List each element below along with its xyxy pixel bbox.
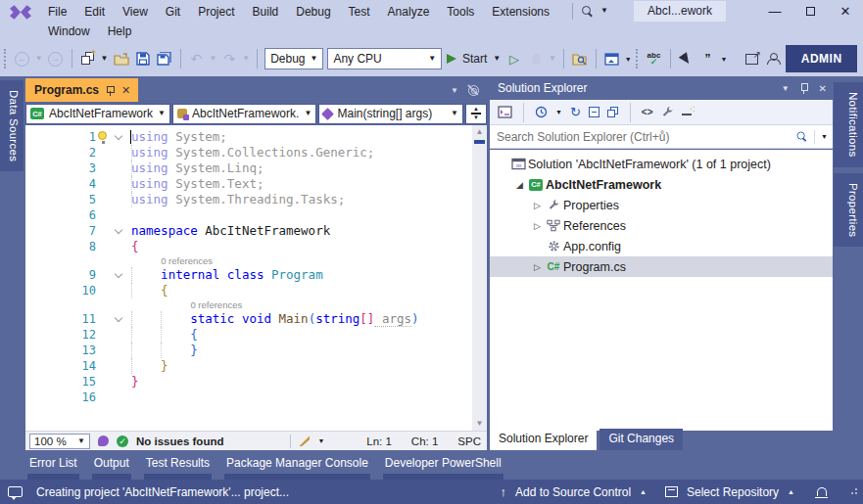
document-tab-program-cs[interactable]: Program.cs ✕ (25, 78, 138, 102)
pin-icon[interactable] (800, 83, 808, 94)
panel-tab-developer-powershell[interactable]: Developer PowerShell (383, 450, 503, 480)
hot-reload-dropdown-icon[interactable]: ▼ (549, 55, 556, 63)
save-all-button[interactable] (156, 47, 173, 70)
search-options-dropdown-icon[interactable]: ▼ (821, 133, 828, 140)
panel-tab-package-manager-console[interactable]: Package Manager Console (224, 450, 370, 480)
admin-button[interactable]: ADMIN (786, 45, 857, 72)
pending-filter-clock-icon[interactable] (535, 106, 548, 118)
scroll-up-icon[interactable]: ▲ (472, 125, 487, 139)
menu-item-window[interactable]: Window (39, 22, 99, 41)
code-icon[interactable]: <> (642, 107, 653, 117)
forward-button[interactable]: → (47, 47, 65, 70)
tree-item-properties[interactable]: ▷Properties (490, 195, 833, 215)
code-line-2[interactable]: 2using System.Collections.Generic; (25, 145, 472, 160)
tab-list-dropdown-icon[interactable]: ▼ (451, 87, 458, 95)
undo-button[interactable]: ↶ (187, 47, 205, 70)
code-line-14[interactable]: 14 } (25, 358, 472, 374)
code-cleanup-dropdown-icon[interactable]: ▼ (317, 437, 324, 444)
code-line-16[interactable]: 16 (25, 389, 472, 405)
preview-window-button[interactable] (603, 47, 621, 70)
lightbulb-icon[interactable] (98, 131, 107, 140)
new-dropdown-icon[interactable]: ▼ (101, 55, 109, 63)
spell-check-button[interactable]: abc✓ (646, 47, 663, 70)
start-debug-button[interactable]: Start ▼ (446, 47, 502, 70)
code-line-8[interactable]: 8{ (25, 239, 472, 254)
menu-item-analyze[interactable]: Analyze (379, 2, 439, 21)
tree-item-references[interactable]: ▷References (490, 215, 833, 236)
code-line-1[interactable]: 1using System; (25, 129, 472, 145)
menu-item-tools[interactable]: Tools (438, 2, 483, 21)
code-line-3[interactable]: 3using System.Linq; (25, 160, 472, 176)
code-line-15[interactable]: 15} (25, 374, 472, 389)
type-dropdown[interactable]: AbcItNetFramework. ▼ (172, 104, 317, 124)
menu-item-extensions[interactable]: Extensions (483, 2, 558, 21)
close-icon[interactable]: ✕ (121, 84, 130, 97)
outlining-collapse-icon[interactable] (115, 314, 122, 322)
preview-selected-icon[interactable] (682, 108, 694, 117)
window-position-dropdown-icon[interactable]: ▼ (782, 84, 790, 93)
select-repository-button[interactable]: Select Repository (687, 485, 779, 499)
split-editor-button[interactable]: ▲▼ (465, 104, 487, 124)
menu-item-help[interactable]: Help (99, 22, 141, 41)
search-control[interactable]: ▼ (572, 3, 616, 20)
new-project-button[interactable]: ✦ (79, 47, 97, 70)
minimize-button[interactable]: — (757, 0, 792, 22)
expander-collapsed-icon[interactable]: ▷ (531, 201, 544, 210)
menu-item-project[interactable]: Project (189, 2, 243, 21)
toolbar-grip[interactable] (4, 49, 8, 69)
tree-item-solution-abcitnetframework-1-of-1-project[interactable]: ∞Solution 'AbcItNetFramework' (1 of 1 pr… (490, 154, 833, 174)
close-icon[interactable]: ✕ (819, 83, 827, 94)
panel-tab-test-results[interactable]: Test Results (144, 450, 212, 480)
scroll-down-icon[interactable]: ▼ (472, 417, 487, 431)
project-dropdown[interactable]: C# AbcItNetFramework ▼ (25, 104, 170, 124)
save-button[interactable] (134, 47, 152, 70)
maximize-button[interactable] (792, 0, 828, 22)
menu-item-test[interactable]: Test (340, 2, 379, 21)
search-input[interactable] (497, 130, 790, 144)
menu-item-git[interactable]: Git (157, 2, 189, 21)
codelens-references[interactable]: 0 references (25, 298, 472, 311)
member-dropdown[interactable]: Main(string[] args) ▼ (318, 104, 463, 124)
share-button[interactable]: ↗ (743, 47, 760, 70)
code-line-6[interactable]: 6 (25, 207, 472, 223)
feedback-button[interactable] (764, 47, 782, 70)
panel-tab-output[interactable]: Output (92, 450, 131, 480)
code-cleanup-icon[interactable] (299, 435, 310, 446)
vertical-scrollbar[interactable]: ▲ ▼ (472, 125, 487, 431)
menu-item-file[interactable]: File (39, 2, 75, 21)
outlining-collapse-icon[interactable] (115, 132, 122, 140)
zoom-select[interactable]: 100 %▼ (29, 434, 90, 449)
back-dropdown-icon[interactable]: ▼ (35, 55, 43, 63)
tree-item-program-cs[interactable]: ▷C#Program.cs (490, 256, 833, 277)
find-in-files-button[interactable] (571, 47, 589, 70)
redo-button[interactable]: ↷ (220, 47, 238, 70)
pin-icon[interactable] (106, 85, 115, 96)
expander-collapsed-icon[interactable]: ▷ (531, 262, 544, 272)
tree-item-app-config[interactable]: App.config (490, 236, 833, 256)
menu-item-edit[interactable]: Edit (75, 2, 114, 21)
repository-dropdown-icon[interactable]: ▲ (788, 488, 794, 495)
codelens-references[interactable]: 0 references (25, 254, 472, 267)
toolbar-grip-2[interactable] (636, 49, 640, 69)
gear-icon[interactable] (468, 85, 479, 96)
show-all-files-icon[interactable] (607, 107, 619, 118)
run-without-debug-button[interactable]: ▷ (505, 47, 523, 70)
outlining-collapse-icon[interactable] (115, 270, 122, 278)
panel-tab-solution-explorer[interactable]: Solution Explorer (490, 429, 597, 450)
code-line-10[interactable]: 10 { (25, 283, 472, 298)
code-line-7[interactable]: 7namespace AbcItNetFramework (25, 223, 472, 239)
solution-configuration-select[interactable]: Debug▼ (264, 48, 323, 69)
tool-rail-tab-notifications[interactable]: Notifications (834, 82, 863, 167)
close-button[interactable]: ✕ (828, 0, 863, 22)
comment-button[interactable]: ” (698, 47, 716, 70)
menu-item-view[interactable]: View (114, 2, 157, 21)
add-to-source-control-button[interactable]: Add to Source Control (515, 485, 631, 499)
collapse-all-icon[interactable] (589, 107, 599, 117)
code-line-9[interactable]: 9 internal class Program (25, 267, 472, 283)
tool-rail-tab-data-sources[interactable]: Data Sources (0, 80, 24, 171)
tree-item-abcitnetframework[interactable]: ◢C#AbcItNetFramework (490, 174, 833, 195)
solution-platform-select[interactable]: Any CPU▼ (327, 48, 442, 69)
panel-tab-git-changes[interactable]: Git Changes (599, 429, 683, 450)
bell-icon[interactable] (817, 487, 827, 496)
code-line-13[interactable]: 13 } (25, 343, 472, 358)
